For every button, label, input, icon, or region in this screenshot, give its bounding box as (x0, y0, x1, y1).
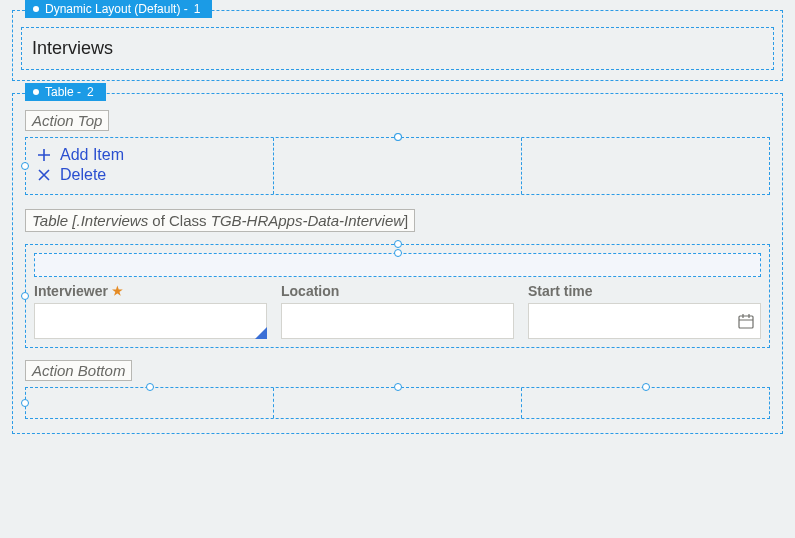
column-location: Location (281, 283, 514, 339)
tab-dot-icon (33, 6, 39, 12)
drag-handle-icon[interactable] (21, 162, 29, 170)
section-tab-table[interactable]: Table - 2 (25, 83, 106, 101)
tab-dot-icon (33, 89, 39, 95)
plus-icon (36, 147, 52, 163)
calendar-icon[interactable] (737, 312, 755, 330)
action-bottom-grid (25, 387, 770, 419)
section-tab-label: Dynamic Layout (Default) - (45, 2, 188, 16)
bottom-cell-2[interactable] (274, 388, 522, 418)
interviewer-input[interactable] (34, 303, 267, 339)
delete-button[interactable]: Delete (36, 166, 263, 184)
add-item-label: Add Item (60, 146, 124, 164)
column-label: Interviewer ★ (34, 283, 267, 299)
dynamic-layout-section: Dynamic Layout (Default) - 1 Interviews (12, 10, 783, 81)
column-interviewer: Interviewer ★ (34, 283, 267, 339)
bottom-cell-3[interactable] (522, 388, 769, 418)
table-data-area: Interviewer ★ Location St (25, 244, 770, 348)
label-text: Location (281, 283, 339, 299)
drag-handle-icon[interactable] (394, 249, 402, 257)
drag-handle-icon[interactable] (642, 383, 650, 391)
location-input[interactable] (281, 303, 514, 339)
meta-class: TGB-HRApps-Data-Interview (211, 212, 404, 229)
section-tab-dynamic-layout[interactable]: Dynamic Layout (Default) - 1 (25, 0, 212, 18)
add-item-button[interactable]: Add Item (36, 146, 263, 164)
section-tab-index: 2 (87, 85, 94, 99)
heading-text: Interviews (32, 38, 113, 58)
svg-rect-0 (739, 316, 753, 328)
drag-handle-icon[interactable] (21, 292, 29, 300)
meta-path: .Interviews (76, 212, 148, 229)
bottom-cell-1[interactable] (26, 388, 274, 418)
required-star-icon: ★ (112, 284, 123, 298)
column-label: Location (281, 283, 514, 299)
table-header-bar[interactable] (34, 253, 761, 277)
column-start-time: Start time (528, 283, 761, 339)
close-icon (36, 167, 52, 183)
delete-label: Delete (60, 166, 106, 184)
table-meta: Table [.Interviews of Class TGB-HRApps-D… (25, 209, 415, 232)
drag-handle-icon[interactable] (394, 240, 402, 248)
action-top-grid: Add Item Delete (25, 137, 770, 195)
action-top-chip: Action Top (25, 110, 109, 131)
label-text: Interviewer (34, 283, 108, 299)
action-bottom-chip: Action Bottom (25, 360, 132, 381)
drag-handle-icon[interactable] (394, 133, 402, 141)
meta-of: of Class (148, 212, 211, 229)
column-label: Start time (528, 283, 761, 299)
action-cell-1[interactable]: Add Item Delete (26, 138, 274, 194)
action-cell-2[interactable] (274, 138, 522, 194)
meta-suffix: ] (404, 212, 408, 229)
table-section: Table - 2 Action Top Add Item (12, 93, 783, 434)
heading-box[interactable]: Interviews (21, 27, 774, 70)
table-row: Interviewer ★ Location St (34, 283, 761, 339)
meta-prefix: Table [ (32, 212, 76, 229)
label-text: Start time (528, 283, 593, 299)
action-cell-3[interactable] (522, 138, 769, 194)
drag-handle-icon[interactable] (146, 383, 154, 391)
start-time-input[interactable] (528, 303, 761, 339)
section-tab-label: Table - (45, 85, 81, 99)
drag-handle-icon[interactable] (394, 383, 402, 391)
section-tab-index: 1 (194, 2, 201, 16)
